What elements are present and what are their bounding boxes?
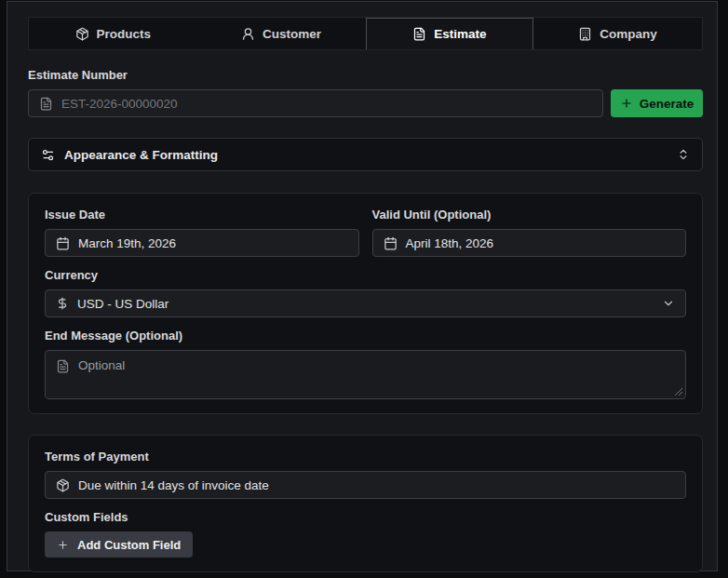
issue-date-value: March 19th, 2026 (78, 236, 176, 250)
file-text-icon (56, 359, 70, 373)
generate-button-label: Generate (640, 97, 694, 111)
terms-of-payment-input[interactable] (78, 478, 675, 492)
valid-until-label: Valid Until (Optional) (372, 208, 687, 222)
tab-bar: Products Customer Estimate Company (28, 17, 703, 50)
currency-select[interactable]: USD - US Dollar (45, 289, 686, 317)
package-icon (75, 27, 89, 41)
form-content: Products Customer Estimate Company Estim… (7, 2, 717, 572)
calendar-icon (56, 236, 70, 250)
file-text-icon (39, 97, 53, 111)
dates-row: Issue Date March 19th, 2026 Valid Until … (45, 208, 686, 257)
tab-estimate[interactable]: Estimate (366, 18, 534, 49)
add-custom-field-label: Add Custom Field (77, 538, 181, 552)
appearance-formatting-label: Appearance & Formatting (64, 148, 218, 162)
settings-sliders-icon (41, 148, 55, 162)
terms-group: Terms of Payment (45, 450, 686, 499)
tab-label: Customer (263, 27, 321, 41)
estimate-number-label: Estimate Number (28, 68, 703, 83)
tab-label: Estimate (434, 27, 486, 41)
plus-icon (620, 97, 633, 110)
end-message-field (45, 350, 686, 399)
tab-label: Company (600, 27, 657, 41)
chevron-down-icon (662, 297, 675, 310)
currency-label: Currency (45, 268, 686, 283)
estimate-details-card: Issue Date March 19th, 2026 Valid Until … (28, 193, 703, 414)
calendar-icon (384, 236, 398, 250)
resize-grip-icon[interactable] (674, 387, 683, 397)
add-custom-field-button[interactable]: Add Custom Field (45, 531, 193, 558)
end-message-textarea[interactable] (46, 351, 685, 398)
tab-label: Products (97, 27, 152, 41)
estimate-number-input[interactable] (61, 97, 592, 111)
issue-date-label: Issue Date (45, 208, 359, 222)
dollar-icon (56, 297, 69, 310)
currency-value: USD - US Dollar (77, 297, 169, 311)
tab-products[interactable]: Products (29, 18, 197, 49)
terms-of-payment-field (45, 471, 686, 499)
terms-of-payment-label: Terms of Payment (45, 450, 686, 464)
building-icon (578, 27, 592, 41)
payment-terms-card: Terms of Payment Custom Fields Add Custo… (28, 435, 703, 572)
estimate-form-panel: Products Customer Estimate Company Estim… (7, 1, 718, 571)
appearance-formatting-toggle[interactable]: Appearance & Formatting (28, 138, 703, 171)
currency-group: Currency USD - US Dollar (45, 268, 686, 317)
package-icon (56, 478, 70, 492)
valid-until-picker[interactable]: April 18th, 2026 (372, 229, 687, 257)
file-text-icon (412, 27, 426, 41)
end-message-label: End Message (Optional) (45, 329, 686, 343)
estimate-number-row: Generate (28, 89, 703, 117)
tab-customer[interactable]: Customer (197, 18, 366, 49)
chevrons-up-down-icon (677, 148, 690, 161)
custom-fields-label: Custom Fields (45, 510, 686, 525)
custom-fields-group: Custom Fields Add Custom Field (45, 510, 686, 558)
issue-date-picker[interactable]: March 19th, 2026 (45, 229, 359, 257)
valid-until-value: April 18th, 2026 (406, 236, 494, 250)
estimate-number-field (28, 89, 603, 117)
tab-company[interactable]: Company (533, 18, 702, 49)
valid-until-group: Valid Until (Optional) April 18th, 2026 (372, 208, 687, 257)
user-icon (241, 27, 255, 41)
generate-button[interactable]: Generate (611, 89, 703, 117)
plus-icon (57, 539, 69, 551)
end-message-group: End Message (Optional) (45, 329, 686, 399)
issue-date-group: Issue Date March 19th, 2026 (45, 208, 359, 257)
